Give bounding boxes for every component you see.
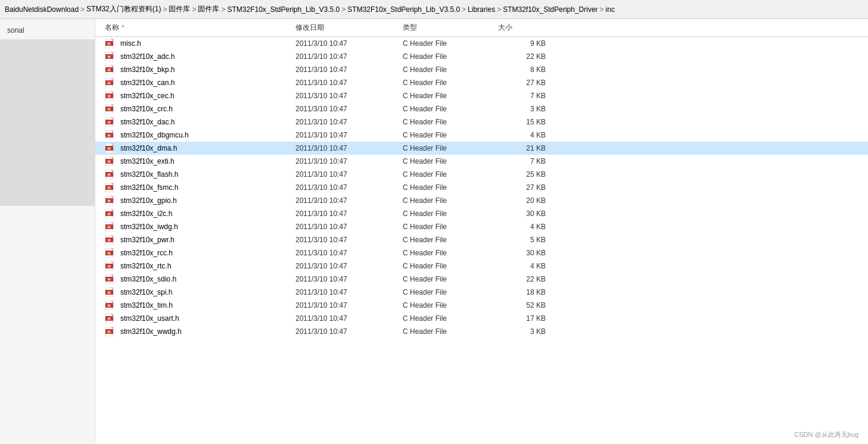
file-name: stm32f10x_rcc.h (120, 249, 295, 257)
sidebar-item-sonal[interactable]: sonal (0, 24, 95, 37)
file-name: stm32f10x_tim.h (120, 301, 295, 309)
file-date: 2011/3/10 10:47 (295, 288, 403, 296)
breadcrumb-separator: > (462, 5, 466, 14)
file-icon: H (105, 78, 117, 87)
file-size: 30 KB (498, 249, 558, 257)
file-icon: H (105, 52, 117, 61)
table-row[interactable]: H stm32f10x_can.h2011/3/10 10:47C Header… (95, 76, 868, 89)
file-size: 27 KB (498, 183, 558, 192)
breadcrumb-separator: > (341, 5, 346, 14)
table-row[interactable]: H stm32f10x_dbgmcu.h2011/3/10 10:47C Hea… (95, 129, 868, 142)
svg-text:H: H (108, 186, 111, 190)
table-row[interactable]: H stm32f10x_wwdg.h2011/3/10 10:47C Heade… (95, 325, 868, 338)
breadcrumb-separator: > (80, 5, 85, 14)
file-size: 5 KB (498, 236, 558, 244)
svg-text:H: H (108, 173, 111, 177)
breadcrumb-item-8[interactable]: inc (606, 5, 615, 14)
col-header-date[interactable]: 修改日期 (295, 23, 403, 33)
file-type: C Header File (403, 105, 498, 113)
svg-text:H: H (108, 251, 111, 255)
table-row[interactable]: H stm32f10x_flash.h2011/3/10 10:47C Head… (95, 168, 868, 181)
file-type: C Header File (403, 262, 498, 270)
file-date: 2011/3/10 10:47 (295, 65, 403, 74)
file-name: stm32f10x_fsmc.h (120, 183, 295, 192)
table-row[interactable]: H stm32f10x_sdio.h2011/3/10 10:47C Heade… (95, 273, 868, 286)
file-icon: H (105, 209, 117, 218)
table-row[interactable]: H stm32f10x_fsmc.h2011/3/10 10:47C Heade… (95, 181, 868, 194)
file-date: 2011/3/10 10:47 (295, 262, 403, 270)
breadcrumb-item-2[interactable]: 固件库 (169, 4, 190, 14)
file-size: 15 KB (498, 118, 558, 126)
file-icon: H (105, 143, 117, 153)
file-type: C Header File (403, 118, 498, 126)
table-row[interactable]: H stm32f10x_i2c.h2011/3/10 10:47C Header… (95, 207, 868, 220)
file-type: C Header File (403, 39, 498, 48)
file-size: 17 KB (498, 314, 558, 323)
table-row[interactable]: H stm32f10x_dma.h2011/3/10 10:47C Header… (95, 142, 868, 155)
col-header-type[interactable]: 类型 (403, 23, 498, 33)
file-icon: H (105, 235, 117, 245)
svg-text:H: H (108, 42, 111, 46)
file-name: stm32f10x_cec.h (120, 92, 295, 100)
file-type: C Header File (403, 170, 498, 179)
file-date: 2011/3/10 10:47 (295, 39, 403, 48)
breadcrumb: BaiduNetdiskDownload > STM32入门教程资料(1) > … (0, 0, 868, 19)
file-size: 3 KB (498, 327, 558, 336)
col-header-name[interactable]: 名称 ^ (105, 23, 295, 33)
breadcrumb-item-3[interactable]: 固件库 (198, 4, 219, 14)
file-size: 22 KB (498, 275, 558, 283)
table-row[interactable]: H stm32f10x_usart.h2011/3/10 10:47C Head… (95, 312, 868, 325)
file-type: C Header File (403, 236, 498, 244)
file-name: stm32f10x_gpio.h (120, 196, 295, 205)
table-row[interactable]: H stm32f10x_adc.h2011/3/10 10:47C Header… (95, 50, 868, 63)
file-icon: H (105, 327, 117, 336)
table-row[interactable]: H misc.h2011/3/10 10:47C Header File9 KB (95, 37, 868, 50)
file-name: stm32f10x_wwdg.h (120, 327, 295, 336)
table-row[interactable]: H stm32f10x_cec.h2011/3/10 10:47C Header… (95, 89, 868, 102)
table-row[interactable]: H stm32f10x_crc.h2011/3/10 10:47C Header… (95, 102, 868, 115)
file-date: 2011/3/10 10:47 (295, 327, 403, 336)
breadcrumb-item-7[interactable]: STM32f10x_StdPeriph_Driver (503, 5, 598, 14)
svg-text:H: H (108, 120, 111, 124)
table-row[interactable]: H stm32f10x_gpio.h2011/3/10 10:47C Heade… (95, 194, 868, 207)
file-date: 2011/3/10 10:47 (295, 275, 403, 283)
breadcrumb-item-5[interactable]: STM32F10x_StdPeriph_Lib_V3.5.0 (347, 5, 460, 14)
table-row[interactable]: H stm32f10x_rcc.h2011/3/10 10:47C Header… (95, 246, 868, 259)
file-type: C Header File (403, 288, 498, 296)
file-type: C Header File (403, 327, 498, 336)
table-row[interactable]: H stm32f10x_pwr.h2011/3/10 10:47C Header… (95, 233, 868, 246)
svg-text:H: H (108, 330, 111, 334)
table-row[interactable]: H stm32f10x_iwdg.h2011/3/10 10:47C Heade… (95, 220, 868, 233)
table-row[interactable]: H stm32f10x_exti.h2011/3/10 10:47C Heade… (95, 155, 868, 168)
file-type: C Header File (403, 131, 498, 139)
file-type: C Header File (403, 183, 498, 192)
table-row[interactable]: H stm32f10x_bkp.h2011/3/10 10:47C Header… (95, 63, 868, 76)
file-size: 18 KB (498, 288, 558, 296)
breadcrumb-item-6[interactable]: Libraries (468, 5, 495, 14)
sidebar: sonal (0, 19, 95, 444)
svg-text:H: H (108, 146, 111, 151)
file-date: 2011/3/10 10:47 (295, 210, 403, 218)
file-type: C Header File (403, 92, 498, 100)
breadcrumb-separator: > (497, 5, 501, 14)
file-icon: H (105, 287, 117, 297)
breadcrumb-item-0[interactable]: BaiduNetdiskDownload (5, 5, 79, 14)
file-name: stm32f10x_flash.h (120, 170, 295, 179)
breadcrumb-item-4[interactable]: STM32F10x_StdPeriph_Lib_V3.5.0 (227, 5, 340, 14)
svg-text:H: H (108, 264, 111, 268)
file-size: 4 KB (498, 262, 558, 270)
file-date: 2011/3/10 10:47 (295, 183, 403, 192)
breadcrumb-item-1[interactable]: STM32入门教程资料(1) (86, 4, 161, 14)
col-header-size[interactable]: 大小 (498, 23, 558, 33)
table-row[interactable]: H stm32f10x_rtc.h2011/3/10 10:47C Header… (95, 259, 868, 273)
svg-text:H: H (108, 290, 111, 295)
file-icon: H (105, 104, 117, 114)
svg-text:H: H (108, 277, 111, 282)
table-row[interactable]: H stm32f10x_tim.h2011/3/10 10:47C Header… (95, 299, 868, 312)
svg-text:H: H (108, 94, 111, 98)
table-row[interactable]: H stm32f10x_dac.h2011/3/10 10:47C Header… (95, 115, 868, 129)
file-icon: H (105, 274, 117, 284)
column-headers: 名称 ^ 修改日期 类型 大小 (95, 19, 868, 37)
table-row[interactable]: H stm32f10x_spi.h2011/3/10 10:47C Header… (95, 286, 868, 299)
file-name: stm32f10x_crc.h (120, 105, 295, 113)
